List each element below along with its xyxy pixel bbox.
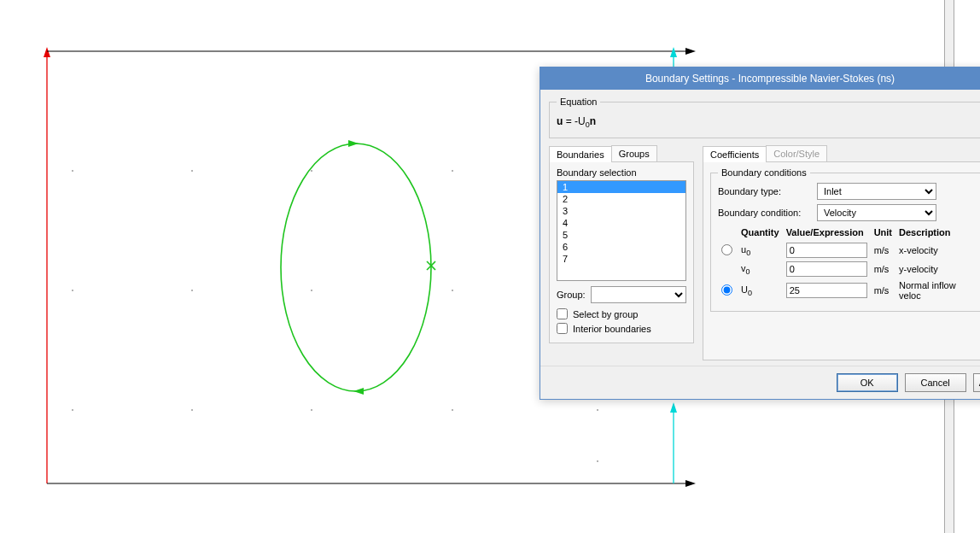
- tab-colorstyle[interactable]: Color/Style: [766, 145, 827, 161]
- table-row: U0 m/s Normal inflow veloc: [718, 278, 976, 302]
- interior-boundaries-label: Interior boundaries: [573, 324, 651, 334]
- list-item[interactable]: 3: [557, 205, 685, 217]
- group-label: Group:: [557, 290, 586, 300]
- ok-button[interactable]: OK: [837, 373, 898, 392]
- list-item[interactable]: 7: [557, 253, 685, 265]
- boundary-conditions-fieldset: Boundary conditions Boundary type: Inlet…: [710, 167, 980, 312]
- svg-point-17: [191, 170, 193, 172]
- svg-point-18: [311, 170, 312, 172]
- boundaries-panel: Boundary selection 1 2 3 4 5 6 7 Group:: [549, 162, 694, 343]
- svg-marker-13: [348, 140, 359, 147]
- list-item[interactable]: 4: [557, 217, 685, 229]
- equation-text: u = -U0n: [557, 112, 980, 129]
- table-row: v0 m/s y-velocity: [718, 260, 976, 278]
- select-by-group-checkbox[interactable]: [557, 308, 568, 319]
- cancel-button[interactable]: Cancel: [905, 373, 966, 392]
- list-item[interactable]: 5: [557, 229, 685, 241]
- boundary-selection-label: Boundary selection: [557, 167, 686, 178]
- col-unit: Unit: [871, 226, 895, 241]
- svg-marker-9: [670, 47, 677, 57]
- list-item[interactable]: 6: [557, 241, 685, 253]
- boundary-type-select[interactable]: Inlet: [817, 183, 936, 200]
- unit: m/s: [871, 278, 895, 302]
- select-by-group-label: Select by group: [573, 309, 638, 319]
- radio-u0[interactable]: [721, 244, 732, 255]
- svg-point-21: [311, 290, 312, 291]
- radio-U0[interactable]: [721, 284, 732, 296]
- svg-point-20: [191, 290, 193, 291]
- apply-button[interactable]: A: [973, 373, 980, 392]
- bcond-legend: Boundary conditions: [718, 167, 810, 178]
- desc: y-velocity: [895, 260, 976, 278]
- svg-marker-16: [353, 388, 364, 395]
- svg-point-22: [452, 290, 453, 291]
- table-row: u0 m/s x-velocity: [718, 241, 976, 260]
- equation-fieldset: Equation u = -U0n: [549, 97, 980, 138]
- boundary-settings-dialog: Boundary Settings - Incompressible Navie…: [540, 67, 980, 400]
- tab-groups[interactable]: Groups: [611, 145, 657, 161]
- boundary-condition-select[interactable]: Velocity: [817, 204, 936, 221]
- boundary-listbox[interactable]: 1 2 3 4 5 6 7: [557, 180, 686, 281]
- tab-coefficients[interactable]: Coefficients: [703, 146, 767, 162]
- svg-marker-3: [44, 47, 50, 57]
- qty-label: v0: [738, 260, 783, 278]
- u0-input[interactable]: [786, 243, 867, 258]
- col-quantity: Quantity: [738, 226, 783, 241]
- unit: m/s: [871, 260, 895, 278]
- svg-point-24: [311, 409, 312, 411]
- left-tabrow: Boundaries Groups: [549, 145, 694, 162]
- boundary-type-label: Boundary type:: [718, 186, 812, 196]
- coefficients-panel: Boundary conditions Boundary type: Inlet…: [703, 162, 980, 360]
- svg-point-26: [72, 170, 73, 172]
- svg-point-12: [281, 144, 431, 391]
- dialog-title: Boundary Settings - Incompressible Navie…: [540, 67, 980, 90]
- group-select[interactable]: [591, 286, 686, 303]
- list-item[interactable]: 2: [557, 193, 685, 205]
- svg-point-25: [452, 409, 453, 411]
- desc: Normal inflow veloc: [895, 278, 976, 302]
- quantity-table: Quantity Value/Expression Unit Descripti…: [718, 226, 976, 302]
- svg-marker-7: [685, 480, 696, 487]
- unit: m/s: [871, 241, 895, 260]
- boundary-condition-label: Boundary condition:: [718, 208, 812, 218]
- list-item[interactable]: 1: [557, 181, 685, 193]
- interior-boundaries-checkbox[interactable]: [557, 323, 568, 334]
- svg-point-23: [191, 409, 193, 411]
- svg-point-27: [72, 290, 73, 291]
- v0-input[interactable]: [786, 261, 867, 277]
- svg-point-30: [597, 460, 598, 462]
- qty-label: U0: [738, 278, 783, 302]
- svg-point-19: [452, 170, 453, 172]
- svg-point-29: [597, 409, 598, 411]
- right-tabrow: Coefficients Color/Style: [703, 145, 980, 162]
- col-desc: Description: [895, 226, 976, 241]
- svg-point-28: [72, 409, 73, 411]
- dialog-buttonbar: OK Cancel A: [540, 366, 980, 399]
- svg-marker-5: [685, 48, 696, 55]
- svg-marker-11: [670, 402, 677, 413]
- col-value: Value/Expression: [783, 226, 871, 241]
- qty-label: u0: [738, 241, 783, 260]
- U0-input[interactable]: [786, 283, 867, 298]
- desc: x-velocity: [895, 241, 976, 260]
- tab-boundaries[interactable]: Boundaries: [549, 146, 612, 162]
- equation-legend: Equation: [557, 97, 600, 107]
